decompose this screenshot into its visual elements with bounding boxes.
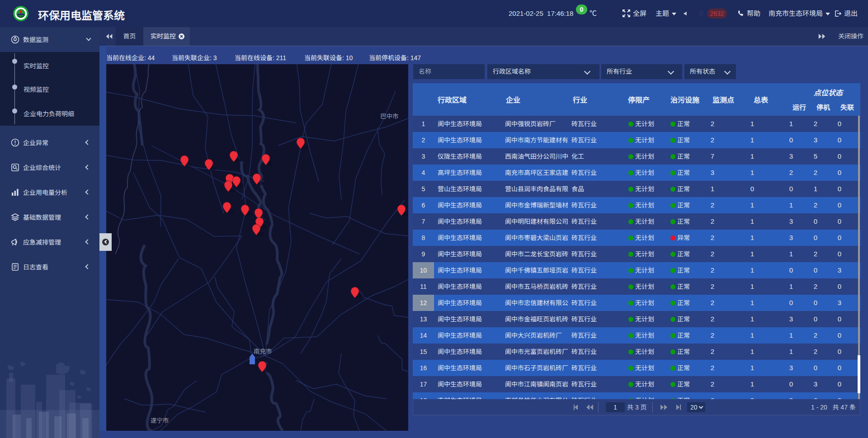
svg-text:遂宁市: 遂宁市 <box>151 417 169 424</box>
svg-text:南充市: 南充市 <box>254 348 272 355</box>
svg-text:巴中市: 巴中市 <box>380 113 399 120</box>
